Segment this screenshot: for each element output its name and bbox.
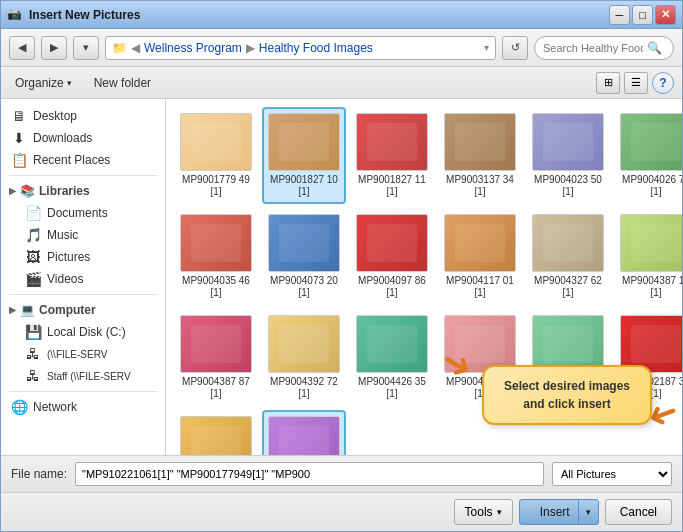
file-item[interactable]: MP9001827 11[1]	[350, 107, 434, 204]
file-thumbnail	[620, 214, 682, 272]
minimize-button[interactable]: ─	[609, 5, 630, 25]
path-part-2[interactable]: Healthy Food Images	[259, 41, 373, 55]
desktop-icon: 🖥	[11, 108, 27, 124]
maximize-button[interactable]: □	[632, 5, 653, 25]
sidebar-item-fileserver2[interactable]: 🖧 Staff (\\FILE-SERV	[1, 365, 165, 387]
file-item[interactable]: MP9001827 10[1]	[262, 107, 346, 204]
file-item[interactable]: MP9004073 20[1]	[262, 208, 346, 305]
insert-label[interactable]: Insert	[532, 500, 578, 524]
main-content: 🖥 Desktop ⬇ Downloads 📋 Recent Places ▶ …	[1, 99, 682, 455]
file-item[interactable]: MP9004117 01[1]	[438, 208, 522, 305]
organize-label: Organize	[15, 76, 64, 90]
sidebar-label-desktop: Desktop	[33, 109, 77, 123]
file-item[interactable]: MP9004387 18[1]	[614, 208, 682, 305]
file-item[interactable]: MP9004387 87[1]	[174, 309, 258, 406]
sidebar-item-fileserver1[interactable]: 🖧 (\\FILE-SERV	[1, 343, 165, 365]
file-item[interactable]: MP9004035 46[1]	[174, 208, 258, 305]
path-part-1[interactable]: Wellness Program	[144, 41, 242, 55]
dropdown-button[interactable]: ▾	[73, 36, 99, 60]
file-thumbnail	[180, 113, 252, 171]
sidebar-group-computer[interactable]: ▶ 💻 Computer	[1, 299, 165, 321]
path-bar[interactable]: 📁 ◀ Wellness Program ▶ Healthy Food Imag…	[105, 36, 496, 60]
libraries-icon: 📚	[20, 184, 35, 198]
file-thumbnail	[180, 315, 252, 373]
file-thumbnail	[356, 113, 428, 171]
network-drive-icon-1: 🖧	[25, 346, 41, 362]
view-controls: ⊞ ☰ ?	[596, 72, 674, 94]
documents-icon: 📄	[25, 205, 41, 221]
disk-icon: 💾	[25, 324, 41, 340]
file-item[interactable]: MP9004392 72[1]	[262, 309, 346, 406]
file-item[interactable]: MP9102210 61[1]	[262, 410, 346, 455]
file-name: MP9003137 34[1]	[444, 174, 516, 198]
filename-bar: File name: All Pictures	[1, 455, 682, 492]
file-item[interactable]: MP9003137 34[1]	[438, 107, 522, 204]
insert-dropdown-arrow[interactable]: ▾	[578, 500, 598, 524]
tools-button[interactable]: Tools ▾	[454, 499, 513, 525]
downloads-icon: ⬇	[11, 130, 27, 146]
file-thumbnail	[532, 214, 604, 272]
path-arrow: ▶	[246, 41, 255, 55]
file-thumbnail	[268, 416, 340, 455]
tools-label: Tools	[465, 505, 493, 519]
sidebar: 🖥 Desktop ⬇ Downloads 📋 Recent Places ▶ …	[1, 99, 166, 455]
insert-button[interactable]: Insert ▾	[519, 499, 599, 525]
search-input[interactable]	[543, 42, 643, 54]
sidebar-item-local-disk[interactable]: 💾 Local Disk (C:)	[1, 321, 165, 343]
close-button[interactable]: ✕	[655, 5, 676, 25]
cancel-button[interactable]: Cancel	[605, 499, 672, 525]
help-button[interactable]: ?	[652, 72, 674, 94]
sidebar-group-libraries[interactable]: ▶ 📚 Libraries	[1, 180, 165, 202]
second-toolbar: Organize ▾ New folder ⊞ ☰ ?	[1, 67, 682, 99]
sidebar-item-videos[interactable]: 🎬 Videos	[1, 268, 165, 290]
file-item[interactable]: MP9004023 50[1]	[526, 107, 610, 204]
organize-button[interactable]: Organize ▾	[9, 73, 78, 93]
action-bar: Tools ▾ Insert ▾ Cancel	[1, 492, 682, 531]
tools-arrow: ▾	[497, 507, 502, 517]
path-dropdown-arrow[interactable]: ▾	[484, 42, 489, 53]
new-folder-button[interactable]: New folder	[88, 73, 157, 93]
path-separator: ◀	[131, 41, 140, 55]
file-item[interactable]: MP9102209 37[1]	[174, 410, 258, 455]
file-name: MP9004023 50[1]	[532, 174, 604, 198]
filename-input[interactable]	[75, 462, 544, 486]
file-name: MP9001827 11[1]	[356, 174, 428, 198]
sidebar-label-pictures: Pictures	[47, 250, 90, 264]
file-item[interactable]: MP9001779 49[1]	[174, 107, 258, 204]
refresh-button[interactable]: ↺	[502, 36, 528, 60]
window-icon: 📷	[7, 7, 23, 23]
file-name: MP9004097 86[1]	[356, 275, 428, 299]
network-drive-icon-2: 🖧	[25, 368, 41, 384]
sidebar-label-recent: Recent Places	[33, 153, 110, 167]
file-name: MP9001827 10[1]	[268, 174, 340, 198]
sidebar-label-network: Network	[33, 400, 77, 414]
back-button[interactable]: ◀	[9, 36, 35, 60]
filetype-select[interactable]: All Pictures	[552, 462, 672, 486]
sidebar-item-documents[interactable]: 📄 Documents	[1, 202, 165, 224]
sidebar-label-fileserver2: Staff (\\FILE-SERV	[47, 371, 131, 382]
file-name: MP9004387 18[1]	[620, 275, 682, 299]
file-item[interactable]: MP9004026 72[1]	[614, 107, 682, 204]
callout-text: Select desired images and click insert	[504, 379, 630, 411]
sidebar-item-pictures[interactable]: 🖼 Pictures	[1, 246, 165, 268]
title-bar: 📷 Insert New Pictures ─ □ ✕	[1, 1, 682, 29]
file-item[interactable]: MP9004327 62[1]	[526, 208, 610, 305]
grid-view-button[interactable]: ⊞	[596, 72, 620, 94]
file-thumbnail	[356, 315, 428, 373]
window-title: Insert New Pictures	[29, 8, 609, 22]
forward-button[interactable]: ▶	[41, 36, 67, 60]
sidebar-item-network[interactable]: 🌐 Network	[1, 396, 165, 418]
sidebar-item-recent[interactable]: 📋 Recent Places	[1, 149, 165, 171]
file-item[interactable]: MP9004097 86[1]	[350, 208, 434, 305]
file-item[interactable]: MP9004426 35[1]	[350, 309, 434, 406]
sidebar-item-music[interactable]: 🎵 Music	[1, 224, 165, 246]
sidebar-label-downloads: Downloads	[33, 131, 92, 145]
search-bar[interactable]: 🔍	[534, 36, 674, 60]
list-view-button[interactable]: ☰	[624, 72, 648, 94]
sidebar-item-downloads[interactable]: ⬇ Downloads	[1, 127, 165, 149]
file-name: MP9004035 46[1]	[180, 275, 252, 299]
file-thumbnail	[180, 214, 252, 272]
sidebar-item-desktop[interactable]: 🖥 Desktop	[1, 105, 165, 127]
file-name: MP9004073 20[1]	[268, 275, 340, 299]
main-window: 📷 Insert New Pictures ─ □ ✕ ◀ ▶ ▾ 📁 ◀ We…	[0, 0, 683, 532]
